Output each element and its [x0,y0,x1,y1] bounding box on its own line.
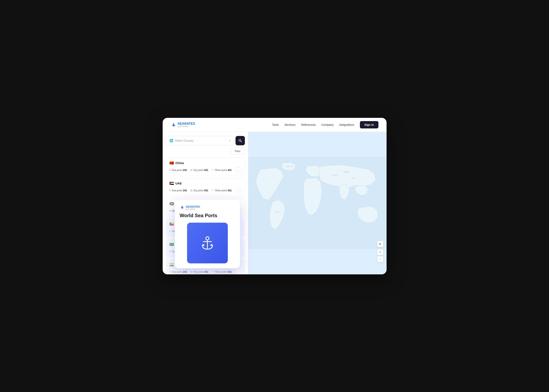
svg-point-6 [182,207,183,209]
search-row: 🌐 Select Country ▾ [166,136,245,145]
chevron-down-icon: ▾ [229,139,230,142]
browser-window: SEARATES by DP WORLD Tools Services Refe… [163,118,387,274]
navbar: SEARATES by DP WORLD Tools Services Refe… [163,118,387,132]
country-ports-row: ≡ Sea ports 241⊘ Dry ports 431〰 River po… [169,167,241,173]
dry-ports-tag: ⊘ Dry ports 431 [190,270,208,273]
logo-text: SEARATES by DP WORLD [178,122,195,127]
anchor-icon [198,234,217,252]
floating-card-title: World Sea Ports [180,213,235,219]
river-ports-tag: 〰 River ports 431 [211,270,232,273]
search-button[interactable] [236,136,245,145]
map-settings-button[interactable]: ⚙ [377,241,383,247]
map-label-china: CHINA [351,177,355,179]
map-label-kazakhstan: KAZAKHSTAN [331,175,338,176]
filter-row: Filter [166,148,245,154]
country-name: UAE [176,182,182,185]
dry-icon: ⊘ [190,270,193,273]
country-header: 🇨🇳China [169,161,241,165]
svg-point-1 [173,125,175,126]
country-ports-row: ≡ Sea ports 241⊘ Dry ports 431〰 River po… [169,269,241,274]
svg-line-3 [241,141,242,142]
map-label-greenland: GREENLAND [286,166,294,167]
country-select-placeholder: Select Country [175,139,194,142]
svg-line-13 [211,245,212,245]
anchor-box [187,223,228,263]
country-name: China [176,161,184,165]
river-ports-tag: 〰 River ports 431 [211,189,232,192]
logo: SEARATES by DP WORLD [171,122,195,128]
map-label-russia: RUSSIA [343,171,349,172]
port-tags: ≡ Sea ports 241⊘ Dry ports 431〰 River po… [169,168,232,172]
country-header: 🇦🇪UAE [169,181,241,186]
sea-ports-tag: ≡ Sea ports 241 [169,189,187,192]
country-expand-button[interactable]: › [236,167,241,173]
search-icon [238,139,242,142]
world-map: RUSSIA GREENLAND CHINA BRAZIL KAZAKHSTAN [248,132,387,274]
nav-link-services[interactable]: Services [284,123,295,126]
map-area: RUSSIA GREENLAND CHINA BRAZIL KAZAKHSTAN… [248,132,387,274]
dry-icon: ⊘ [190,168,193,172]
map-zoom-out-button[interactable]: − [377,256,383,262]
country-expand-button[interactable]: › [236,188,241,193]
logo-icon [171,122,176,128]
nav-link-integrations[interactable]: Integrations [339,123,354,126]
sea-icon: ≡ [169,270,171,273]
nav-link-tools[interactable]: Tools [272,123,279,126]
river-icon: 〰 [211,270,214,273]
port-tags: ≡ Sea ports 241⊘ Dry ports 431〰 River po… [169,270,232,273]
country-flag: 🇧🇮 [169,202,174,206]
dry-icon: ⊘ [190,189,193,192]
dry-ports-tag: ⊘ Dry ports 431 [190,168,208,172]
river-icon: 〰 [211,168,214,172]
country-flag: 🇮🇳 [169,263,174,267]
sea-ports-tag: ≡ Sea ports 241 [169,168,187,172]
sea-icon: ≡ [169,209,171,212]
filter-button[interactable]: Filter [230,148,245,154]
nav-link-references[interactable]: References [301,123,316,126]
country-flag: 🇨🇳 [169,161,174,165]
dry-ports-tag: ⊘ Dry ports 431 [190,189,208,192]
svg-line-11 [202,245,204,245]
nav-links: Tools Services References Company Integr… [272,121,378,128]
floating-card: SEARATES by DP WORLD World Sea Ports [175,200,240,268]
sea-icon: ≡ [169,168,171,172]
svg-point-7 [206,237,209,240]
river-ports-tag: 〰 River ports 431 [211,168,232,172]
country-flag: 🇦🇪 [169,181,174,186]
map-zoom-in-button[interactable]: + [377,249,383,255]
floating-logo-icon [180,205,185,210]
country-card-china[interactable]: 🇨🇳China≡ Sea ports 241⊘ Dry ports 431〰 R… [166,158,245,176]
map-label-brazil: BRAZIL [275,211,280,212]
country-flag: 🇧🇷 [169,242,174,247]
country-expand-button[interactable]: › [236,269,241,274]
nav-link-company[interactable]: Company [321,123,334,126]
floating-card-logo: SEARATES by DP WORLD [180,205,235,210]
country-flag: 🇧🇯 [169,222,174,226]
port-tags: ≡ Sea ports 241⊘ Dry ports 431〰 River po… [169,189,232,192]
floating-logo-text: SEARATES [186,205,200,208]
floating-logo-sub: by DP WORLD [186,208,200,210]
map-controls: ⚙ + − [377,241,383,262]
country-select[interactable]: 🌐 Select Country ▾ [166,136,234,145]
sea-icon: ≡ [169,250,171,253]
country-card-uae[interactable]: 🇦🇪UAE≡ Sea ports 241⊘ Dry ports 431〰 Riv… [166,178,245,196]
sea-ports-tag: ≡ Sea ports 241 [169,270,187,273]
sea-icon: ≡ [169,230,171,233]
sea-icon: ≡ [169,189,171,192]
globe-icon: 🌐 [169,139,173,142]
country-ports-row: ≡ Sea ports 241⊘ Dry ports 431〰 River po… [169,188,241,193]
river-icon: 〰 [211,189,214,192]
sign-in-button[interactable]: Sign in [360,121,378,128]
